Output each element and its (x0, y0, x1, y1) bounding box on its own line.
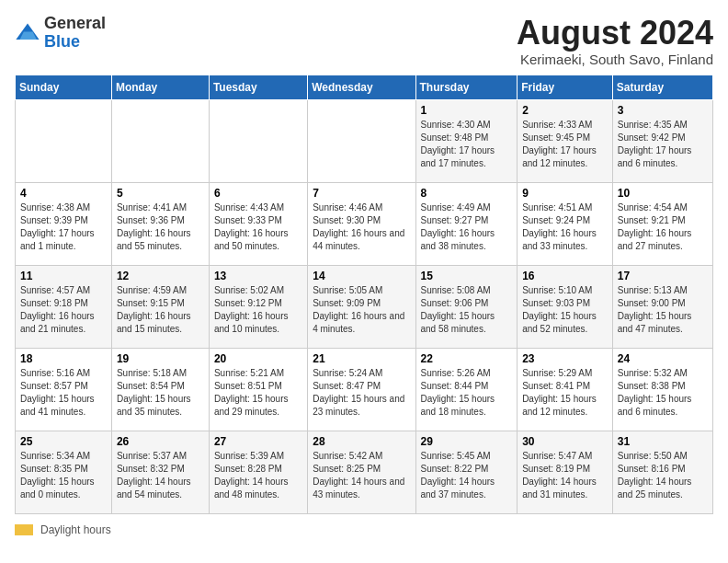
day-number: 14 (313, 270, 410, 282)
week-row-1: 1Sunrise: 4:30 AM Sunset: 9:48 PM Daylig… (16, 99, 713, 182)
week-row-3: 11Sunrise: 4:57 AM Sunset: 9:18 PM Dayli… (16, 265, 713, 348)
day-number: 27 (214, 435, 302, 448)
calendar-cell: 28Sunrise: 5:42 AM Sunset: 8:25 PM Dayli… (308, 431, 415, 513)
cell-info: Sunrise: 5:34 AM Sunset: 8:35 PM Dayligh… (20, 450, 107, 501)
cell-info: Sunrise: 4:57 AM Sunset: 9:18 PM Dayligh… (20, 284, 107, 336)
cell-info: Sunrise: 5:39 AM Sunset: 8:28 PM Dayligh… (214, 450, 302, 501)
day-number: 15 (421, 270, 513, 282)
daylight-bar-icon (15, 524, 33, 535)
cell-info: Sunrise: 5:08 AM Sunset: 9:06 PM Dayligh… (421, 284, 513, 336)
calendar-cell: 11Sunrise: 4:57 AM Sunset: 9:18 PM Dayli… (16, 265, 112, 348)
calendar-cell: 10Sunrise: 4:54 AM Sunset: 9:21 PM Dayli… (612, 182, 712, 265)
cell-info: Sunrise: 5:42 AM Sunset: 8:25 PM Dayligh… (313, 450, 410, 501)
calendar-cell: 25Sunrise: 5:34 AM Sunset: 8:35 PM Dayli… (16, 431, 112, 513)
day-number: 4 (20, 187, 107, 200)
calendar-cell: 5Sunrise: 4:41 AM Sunset: 9:36 PM Daylig… (111, 182, 209, 265)
cell-info: Sunrise: 5:21 AM Sunset: 8:51 PM Dayligh… (214, 367, 302, 419)
cell-info: Sunrise: 4:49 AM Sunset: 9:27 PM Dayligh… (421, 201, 513, 253)
calendar-cell: 9Sunrise: 4:51 AM Sunset: 9:24 PM Daylig… (518, 182, 613, 265)
logo-blue-text: Blue (44, 33, 106, 52)
day-number: 29 (421, 435, 513, 448)
calendar-cell (16, 99, 112, 182)
cell-info: Sunrise: 5:45 AM Sunset: 8:22 PM Dayligh… (421, 450, 513, 501)
day-number: 25 (20, 435, 107, 448)
cell-info: Sunrise: 5:29 AM Sunset: 8:41 PM Dayligh… (522, 367, 608, 419)
calendar-cell: 21Sunrise: 5:24 AM Sunset: 8:47 PM Dayli… (308, 348, 415, 431)
day-number: 31 (618, 435, 708, 448)
day-number: 5 (117, 187, 204, 200)
calendar-cell (111, 99, 209, 182)
cell-info: Sunrise: 5:16 AM Sunset: 8:57 PM Dayligh… (20, 367, 107, 419)
page-header: General Blue August 2024 Kerimaeki, Sout… (15, 15, 713, 67)
footer: Daylight hours (15, 523, 713, 536)
cell-info: Sunrise: 4:30 AM Sunset: 9:48 PM Dayligh… (421, 119, 513, 170)
calendar-cell: 1Sunrise: 4:30 AM Sunset: 9:48 PM Daylig… (415, 99, 518, 182)
day-number: 1 (421, 104, 513, 117)
title-block: August 2024 Kerimaeki, South Savo, Finla… (517, 15, 713, 67)
subtitle: Kerimaeki, South Savo, Finland (517, 52, 713, 67)
week-row-5: 25Sunrise: 5:34 AM Sunset: 8:35 PM Dayli… (16, 431, 713, 513)
calendar-cell: 13Sunrise: 5:02 AM Sunset: 9:12 PM Dayli… (209, 265, 307, 348)
logo-icon (15, 20, 40, 46)
logo: General Blue (15, 15, 106, 52)
day-number: 30 (522, 435, 608, 448)
cell-info: Sunrise: 5:50 AM Sunset: 8:16 PM Dayligh… (618, 450, 708, 501)
calendar-cell: 12Sunrise: 4:59 AM Sunset: 9:15 PM Dayli… (111, 265, 209, 348)
day-number: 6 (214, 187, 302, 200)
day-header-thursday: Thursday (415, 75, 518, 99)
cell-info: Sunrise: 4:54 AM Sunset: 9:21 PM Dayligh… (618, 201, 708, 253)
cell-info: Sunrise: 4:43 AM Sunset: 9:33 PM Dayligh… (214, 201, 302, 253)
day-number: 18 (20, 352, 107, 365)
cell-info: Sunrise: 4:51 AM Sunset: 9:24 PM Dayligh… (522, 201, 608, 253)
day-number: 13 (214, 270, 302, 282)
daylight-label: Daylight hours (40, 523, 111, 536)
day-number: 28 (313, 435, 410, 448)
day-number: 3 (618, 104, 708, 117)
day-number: 20 (214, 352, 302, 365)
cell-info: Sunrise: 5:37 AM Sunset: 8:32 PM Dayligh… (117, 450, 204, 501)
day-number: 24 (618, 352, 708, 365)
calendar-cell: 4Sunrise: 4:38 AM Sunset: 9:39 PM Daylig… (16, 182, 112, 265)
calendar-cell: 14Sunrise: 5:05 AM Sunset: 9:09 PM Dayli… (308, 265, 415, 348)
cell-info: Sunrise: 4:41 AM Sunset: 9:36 PM Dayligh… (117, 201, 204, 253)
day-number: 22 (421, 352, 513, 365)
cell-info: Sunrise: 5:24 AM Sunset: 8:47 PM Dayligh… (313, 367, 410, 419)
main-title: August 2024 (517, 15, 713, 52)
calendar-cell: 24Sunrise: 5:32 AM Sunset: 8:38 PM Dayli… (612, 348, 712, 431)
week-row-4: 18Sunrise: 5:16 AM Sunset: 8:57 PM Dayli… (16, 348, 713, 431)
day-number: 16 (522, 270, 608, 282)
day-header-friday: Friday (518, 75, 613, 99)
day-number: 7 (313, 187, 410, 200)
calendar-cell: 27Sunrise: 5:39 AM Sunset: 8:28 PM Dayli… (209, 431, 307, 513)
day-number: 26 (117, 435, 204, 448)
day-header-monday: Monday (111, 75, 209, 99)
calendar-cell: 19Sunrise: 5:18 AM Sunset: 8:54 PM Dayli… (111, 348, 209, 431)
cell-info: Sunrise: 5:18 AM Sunset: 8:54 PM Dayligh… (117, 367, 204, 419)
calendar-cell: 23Sunrise: 5:29 AM Sunset: 8:41 PM Dayli… (518, 348, 613, 431)
day-header-tuesday: Tuesday (209, 75, 307, 99)
cell-info: Sunrise: 4:35 AM Sunset: 9:42 PM Dayligh… (618, 119, 708, 170)
cell-info: Sunrise: 4:59 AM Sunset: 9:15 PM Dayligh… (117, 284, 204, 336)
calendar-cell: 30Sunrise: 5:47 AM Sunset: 8:19 PM Dayli… (518, 431, 613, 513)
day-number: 9 (522, 187, 608, 200)
calendar-cell: 20Sunrise: 5:21 AM Sunset: 8:51 PM Dayli… (209, 348, 307, 431)
logo-text: General Blue (44, 15, 106, 52)
cell-info: Sunrise: 5:05 AM Sunset: 9:09 PM Dayligh… (313, 284, 410, 336)
calendar-cell: 8Sunrise: 4:49 AM Sunset: 9:27 PM Daylig… (415, 182, 518, 265)
day-header-saturday: Saturday (612, 75, 712, 99)
calendar-cell: 26Sunrise: 5:37 AM Sunset: 8:32 PM Dayli… (111, 431, 209, 513)
calendar-cell: 7Sunrise: 4:46 AM Sunset: 9:30 PM Daylig… (308, 182, 415, 265)
logo-general-text: General (44, 15, 106, 33)
day-number: 11 (20, 270, 107, 282)
day-number: 19 (117, 352, 204, 365)
calendar-header: SundayMondayTuesdayWednesdayThursdayFrid… (16, 75, 713, 99)
calendar-cell: 16Sunrise: 5:10 AM Sunset: 9:03 PM Dayli… (518, 265, 613, 348)
cell-info: Sunrise: 5:13 AM Sunset: 9:00 PM Dayligh… (618, 284, 708, 336)
cell-info: Sunrise: 5:26 AM Sunset: 8:44 PM Dayligh… (421, 367, 513, 419)
week-row-2: 4Sunrise: 4:38 AM Sunset: 9:39 PM Daylig… (16, 182, 713, 265)
cell-info: Sunrise: 5:32 AM Sunset: 8:38 PM Dayligh… (618, 367, 708, 419)
day-number: 10 (618, 187, 708, 200)
day-number: 2 (522, 104, 608, 117)
calendar-cell: 2Sunrise: 4:33 AM Sunset: 9:45 PM Daylig… (518, 99, 613, 182)
calendar-cell: 22Sunrise: 5:26 AM Sunset: 8:44 PM Dayli… (415, 348, 518, 431)
